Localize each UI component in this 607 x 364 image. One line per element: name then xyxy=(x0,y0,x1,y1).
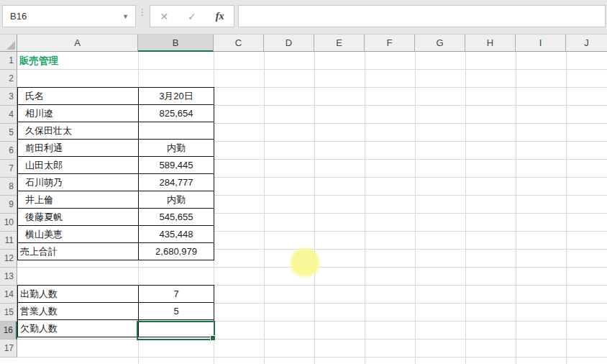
spreadsheet-grid: A B C D E F G H I J 1 2 3 4 5 6 7 8 9 10… xyxy=(0,35,607,364)
cell-a1-title[interactable]: 販売管理 xyxy=(19,55,58,68)
cell-name[interactable]: 石川萌乃 xyxy=(18,174,139,191)
row-header-9[interactable]: 9 xyxy=(0,196,17,214)
row-header-8[interactable]: 8 xyxy=(0,178,17,196)
gridline xyxy=(365,52,365,364)
cancel-icon[interactable]: ✕ xyxy=(153,11,175,22)
chevron-down-icon[interactable]: ▼ xyxy=(122,13,135,20)
cell-value[interactable]: 284,777 xyxy=(139,174,214,191)
name-box[interactable]: B16 ▼ xyxy=(2,5,136,27)
gridline xyxy=(415,52,416,364)
cell-a3-header[interactable]: 氏名 xyxy=(18,88,139,105)
row-header-3[interactable]: 3 xyxy=(0,88,17,106)
row-header-11[interactable]: 11 xyxy=(0,232,17,250)
column-headers: A B C D E F G H I J xyxy=(17,35,607,52)
gridline xyxy=(516,52,516,364)
row-header-16[interactable]: 16 xyxy=(0,322,17,340)
sales-table: 氏名 3月20日 相川遼 825,654 久保田壮太 前田利通 内勤 山田太郎 … xyxy=(17,87,214,260)
cell-a14-label[interactable]: 出勤人数 xyxy=(18,286,139,303)
cell-name[interactable]: 前田利通 xyxy=(18,140,139,157)
cell-value[interactable] xyxy=(139,122,214,140)
table-row: 売上合計 2,680,979 xyxy=(18,243,214,260)
cell-name[interactable]: 井上倫 xyxy=(18,191,139,209)
formula-buttons: ✕ ✓ fx xyxy=(150,5,234,27)
row-header-12[interactable]: 12 xyxy=(0,250,17,268)
cell-b12-total-value[interactable]: 2,680,979 xyxy=(139,243,214,260)
cell-name[interactable]: 山田太郎 xyxy=(18,157,139,174)
drag-handle-dots-icon: ⋮ xyxy=(138,9,147,26)
row-header-15[interactable]: 15 xyxy=(0,304,17,322)
fill-handle[interactable] xyxy=(210,335,216,341)
select-all-button[interactable] xyxy=(0,35,17,52)
cell-value[interactable]: 545,655 xyxy=(139,209,214,226)
enter-icon[interactable]: ✓ xyxy=(181,11,203,22)
table-row: 石川萌乃 284,777 xyxy=(18,174,214,191)
column-header-i[interactable]: I xyxy=(516,35,566,52)
column-header-b[interactable]: B xyxy=(138,35,214,52)
row-header-6[interactable]: 6 xyxy=(0,142,17,160)
table-row: 氏名 3月20日 xyxy=(18,88,214,105)
column-header-d[interactable]: D xyxy=(264,35,314,52)
table-row: 営業人数 5 xyxy=(18,303,214,320)
cell-a16-label[interactable]: 欠勤人数 xyxy=(18,320,139,337)
table-row: 後藤夏帆 545,655 xyxy=(18,209,214,226)
cell-a15-label[interactable]: 営業人数 xyxy=(18,303,139,320)
column-header-h[interactable]: H xyxy=(465,35,516,52)
table-row: 出勤人数 7 xyxy=(18,286,214,303)
table-row: 山田太郎 589,445 xyxy=(18,157,214,174)
table-row: 相川遼 825,654 xyxy=(18,105,214,122)
name-box-value: B16 xyxy=(3,11,122,22)
row-header-14[interactable]: 14 xyxy=(0,286,17,304)
table-row: 横山美恵 435,448 xyxy=(18,226,214,243)
column-header-g[interactable]: G xyxy=(415,35,465,52)
table-row: 久保田壮太 xyxy=(18,122,214,140)
cell-name[interactable]: 後藤夏帆 xyxy=(18,209,139,226)
row-headers: 1 2 3 4 5 6 7 8 9 10 11 12 13 14 15 16 1… xyxy=(0,52,17,358)
cell-b14-value[interactable]: 7 xyxy=(139,286,214,303)
cell-value[interactable]: 内勤 xyxy=(139,140,214,157)
column-header-j[interactable]: J xyxy=(566,35,607,52)
cell-value[interactable]: 589,445 xyxy=(139,157,214,174)
gridline xyxy=(566,52,567,364)
table-row: 前田利通 内勤 xyxy=(18,140,214,157)
row-header-10[interactable]: 10 xyxy=(0,214,17,232)
table-row: 井上倫 内勤 xyxy=(18,191,214,209)
column-header-c[interactable]: C xyxy=(214,35,264,52)
formula-bar-input[interactable] xyxy=(238,5,606,27)
cell-a12-total-label[interactable]: 売上合計 xyxy=(18,243,139,260)
cell-name[interactable]: 久保田壮太 xyxy=(18,122,139,140)
row-header-5[interactable]: 5 xyxy=(0,124,17,142)
insert-function-icon[interactable]: fx xyxy=(209,11,231,22)
row-header-17[interactable]: 17 xyxy=(0,340,17,358)
cell-value[interactable]: 825,654 xyxy=(139,105,214,122)
row-header-1[interactable]: 1 xyxy=(0,52,17,70)
active-cell-selection-border[interactable] xyxy=(137,321,215,340)
cell-b3-date-header[interactable]: 3月20日 xyxy=(139,88,214,105)
cell-value[interactable]: 内勤 xyxy=(139,191,214,209)
column-header-e[interactable]: E xyxy=(314,35,365,52)
mouse-highlight-circle xyxy=(289,247,321,278)
cell-value[interactable]: 435,448 xyxy=(139,226,214,243)
row-header-4[interactable]: 4 xyxy=(0,106,17,124)
cell-name[interactable]: 相川遼 xyxy=(18,105,139,122)
column-header-a[interactable]: A xyxy=(17,35,138,52)
cell-b15-value[interactable]: 5 xyxy=(139,303,214,320)
row-header-13[interactable]: 13 xyxy=(0,268,17,286)
cell-name[interactable]: 横山美恵 xyxy=(18,226,139,243)
gridline xyxy=(314,52,315,364)
row-header-7[interactable]: 7 xyxy=(0,160,17,178)
row-header-2[interactable]: 2 xyxy=(0,70,17,88)
gridline xyxy=(465,52,466,364)
select-all-triangle-icon xyxy=(6,41,15,50)
gridline xyxy=(264,52,265,364)
column-header-f[interactable]: F xyxy=(365,35,415,52)
cells-area[interactable]: 販売管理 氏名 3月20日 相川遼 825,654 久保田壮太 前田利通 内勤 … xyxy=(17,52,607,364)
formula-toolbar: B16 ▼ ⋮ ✕ ✓ fx xyxy=(0,0,607,35)
